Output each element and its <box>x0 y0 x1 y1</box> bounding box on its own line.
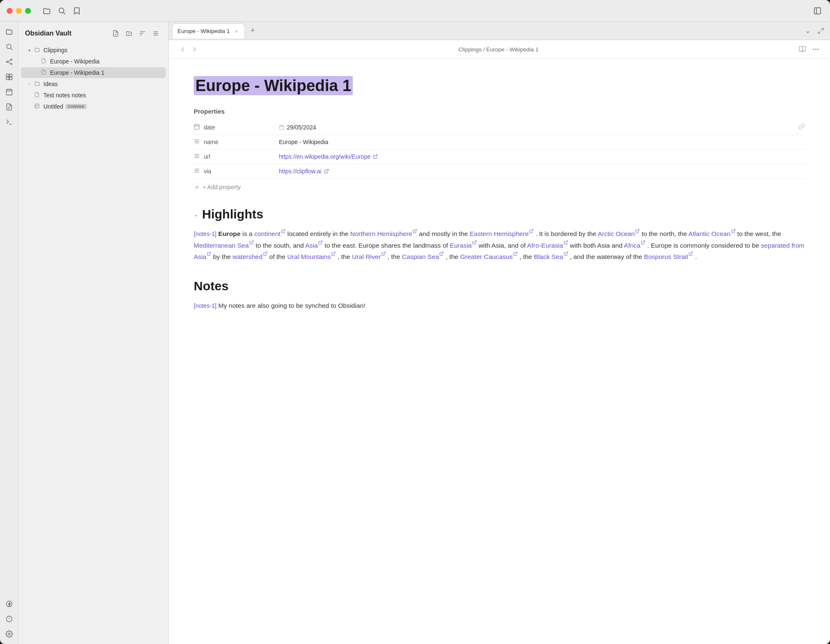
svg-line-82 <box>515 252 517 254</box>
tab-europe-wikipedia-1[interactable]: Europe - Wikipedia 1 × <box>172 23 245 38</box>
nav-bar: Clippings / Europe - Wikipedia 1 <box>169 40 830 59</box>
calendar-sidebar-icon[interactable] <box>3 85 16 99</box>
eurasia-link[interactable]: Eurasia <box>450 242 472 249</box>
help-icon[interactable]: ? <box>3 597 16 611</box>
svg-line-60 <box>375 155 377 157</box>
sidebar-item-europe-wikipedia-1[interactable]: ▸ Europe - Wikipedia 1 <box>21 67 166 78</box>
document-title: Europe - Wikipedia 1 <box>194 76 353 95</box>
sidebar-item-clippings[interactable]: ▾ Clippings <box>21 45 166 56</box>
svg-line-76 <box>643 241 645 243</box>
svg-line-77 <box>209 252 211 254</box>
graph-icon[interactable] <box>3 55 16 68</box>
date-value: 29/05/2024 <box>287 124 316 131</box>
text-6: to the north, the <box>642 230 688 237</box>
close-button[interactable] <box>7 8 13 14</box>
settings-icon[interactable] <box>3 627 16 641</box>
note-ref-1[interactable]: [notes-1] <box>194 231 216 237</box>
file-icon <box>41 58 48 65</box>
notes-heading: Notes <box>194 279 805 293</box>
more-options-icon[interactable] <box>810 43 822 55</box>
svg-rect-46 <box>195 124 199 129</box>
text-19: , and the waterway of the <box>570 253 644 260</box>
forward-button[interactable] <box>189 43 200 55</box>
text-14: of the <box>269 253 287 260</box>
ural-river-link[interactable]: Ural River <box>352 253 381 260</box>
bookmark-icon[interactable] <box>71 5 83 17</box>
svg-line-68 <box>415 230 417 232</box>
lines-prop-icon-via <box>194 167 204 175</box>
eastern-hemisphere-link[interactable]: Eastern Hemisphere <box>470 230 529 237</box>
atlantic-ocean-link[interactable]: Atlantic Ocean <box>688 230 731 237</box>
prop-value-name: Europe - Wikipedia <box>279 139 805 145</box>
app-window: ? Obsidian Vault <box>0 0 830 644</box>
afro-eurasia-link[interactable]: Afro-Eurasia <box>527 242 563 249</box>
arctic-ocean-link[interactable]: Arctic Ocean <box>598 230 635 237</box>
svg-line-72 <box>251 241 253 243</box>
icon-sidebar: ? <box>0 22 18 644</box>
bosporus-strait-link[interactable]: Bosporus Strait <box>644 253 688 260</box>
sort-button[interactable] <box>137 28 148 39</box>
text-2: is a <box>243 230 254 237</box>
svg-point-43 <box>813 49 814 50</box>
search-sidebar-icon[interactable] <box>3 40 16 53</box>
svg-line-10 <box>8 62 11 64</box>
svg-rect-12 <box>9 74 12 76</box>
sidebar-item-ideas[interactable]: › Ideas <box>21 79 166 89</box>
watershed-link[interactable]: watershed <box>233 253 263 260</box>
continent-link[interactable]: continent <box>254 230 281 237</box>
document-title-wrap: Europe - Wikipedia 1 <box>194 76 805 96</box>
northern-hemisphere-link[interactable]: Northern Hemisphere <box>350 230 412 237</box>
info-icon[interactable] <box>3 612 16 626</box>
greater-caucasus-link[interactable]: Greater Caucasus <box>460 253 513 260</box>
maximize-button[interactable] <box>25 8 31 14</box>
sidebar-item-untitled-canvas[interactable]: ▸ Untitled CANVAS <box>21 101 166 112</box>
doc-content: Europe - Wikipedia 1 Properties date <box>169 59 830 644</box>
tab-bar-expand-icon[interactable] <box>815 25 827 37</box>
new-note-button[interactable] <box>110 28 121 39</box>
note-icon[interactable] <box>3 100 16 114</box>
search-icon[interactable] <box>56 5 68 17</box>
svg-line-69 <box>531 230 533 232</box>
europe-wikipedia-1-label: Europe - Wikipedia 1 <box>50 69 104 76</box>
grid-icon[interactable] <box>3 70 16 84</box>
folder-icon[interactable] <box>41 5 53 17</box>
text-10: with Asia, and of <box>478 242 527 249</box>
notes-ref[interactable]: [notes-1] <box>194 302 216 309</box>
sidebar-item-europe-wikipedia[interactable]: ▸ Europe - Wikipedia <box>21 56 166 67</box>
highlights-chevron[interactable]: ⌄ <box>194 211 199 218</box>
tab-bar-right: ⌄ <box>802 25 827 37</box>
reading-mode-icon[interactable] <box>797 43 808 55</box>
text-9: to the east. Europe shares the landmass … <box>325 242 450 249</box>
via-link[interactable]: https://clipflow.ai <box>279 168 321 175</box>
svg-line-75 <box>565 241 567 243</box>
svg-point-6 <box>6 61 8 63</box>
tab-close-button[interactable]: × <box>233 28 240 35</box>
sidebar-item-test-notes[interactable]: ▸ Test notes notes <box>21 90 166 101</box>
breadcrumb: Clippings / Europe - Wikipedia 1 <box>200 46 797 53</box>
url-link[interactable]: https://en.wikipedia.org/wiki/Europe <box>279 153 370 160</box>
black-sea-link[interactable]: Black Sea <box>534 253 563 260</box>
add-property-button[interactable]: + Add property <box>194 180 805 194</box>
new-tab-button[interactable]: + <box>247 25 258 37</box>
europe-bold: Europe <box>218 230 240 237</box>
tab-bar-chevron-icon[interactable]: ⌄ <box>802 25 813 37</box>
text-5: . It is bordered by the <box>536 230 598 237</box>
prop-link-button-date[interactable] <box>798 123 805 131</box>
back-button[interactable] <box>177 43 189 55</box>
svg-rect-13 <box>6 77 9 80</box>
files-icon[interactable] <box>3 25 16 38</box>
collapse-all-button[interactable] <box>150 28 162 39</box>
caspian-sea-link[interactable]: Caspian Sea <box>402 253 439 260</box>
ural-mountains-link[interactable]: Ural Mountains <box>287 253 331 260</box>
new-folder-button[interactable] <box>123 28 135 39</box>
asia-link[interactable]: Asia <box>305 242 318 249</box>
folder-icon <box>34 47 41 53</box>
mediterranean-sea-link[interactable]: Mediterranean Sea <box>194 242 249 249</box>
africa-link[interactable]: Africa <box>624 242 640 249</box>
sidebar-toggle-icon[interactable] <box>812 5 823 17</box>
sidebar-actions <box>110 28 162 39</box>
svg-line-81 <box>441 252 443 254</box>
svg-point-8 <box>10 63 12 65</box>
minimize-button[interactable] <box>16 8 22 14</box>
terminal-icon[interactable] <box>3 115 16 129</box>
